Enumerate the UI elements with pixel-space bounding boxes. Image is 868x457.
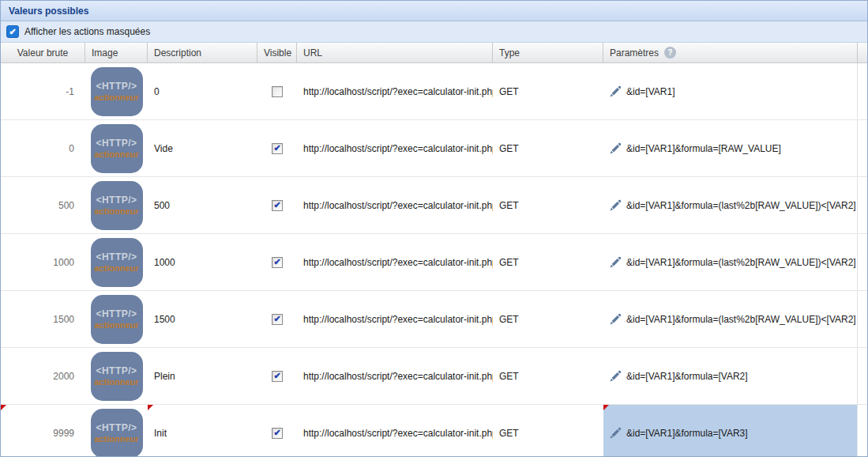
cell-parametres: &id=[VAR1]&formula=[VAR3] — [603, 405, 858, 456]
table-body: -1<HTTP/>actionneur0http://localhost/scr… — [1, 63, 867, 456]
cell-spacer — [858, 405, 867, 456]
cell-valeur-brute: 500 — [1, 177, 85, 233]
cell-spacer — [858, 234, 867, 290]
cell-valeur-brute: 9999 — [1, 405, 85, 456]
edit-params-icon[interactable] — [610, 199, 622, 211]
cell-visible — [257, 63, 297, 119]
url-text: http://localhost/script/?exec=calculator… — [303, 200, 493, 211]
url-text: http://localhost/script/?exec=calculator… — [303, 371, 493, 382]
cell-type: GET — [493, 405, 603, 456]
column-header-parametres[interactable]: Paramètres ? — [603, 43, 858, 62]
filter-checkbox[interactable]: ✔ — [6, 25, 19, 38]
cell-type: GET — [493, 120, 603, 176]
cell-visible: ✔ — [257, 348, 297, 404]
visible-checkbox[interactable] — [272, 86, 283, 97]
badge-actionneur-text: actionneur — [94, 320, 138, 330]
http-actionneur-image: <HTTP/>actionneur — [91, 295, 143, 344]
column-header-parametres-label: Paramètres — [610, 47, 659, 59]
description-text: 0 — [154, 86, 160, 97]
cell-spacer — [858, 291, 867, 347]
cell-parametres: &id=[VAR1]&formula=(last%2b[RAW_VALUE])<… — [603, 234, 858, 290]
visible-checkbox[interactable]: ✔ — [272, 428, 283, 439]
cell-url: http://localhost/script/?exec=calculator… — [297, 120, 493, 176]
badge-http-text: <HTTP/> — [96, 422, 137, 434]
badge-http-text: <HTTP/> — [96, 81, 137, 93]
cell-visible: ✔ — [257, 234, 297, 290]
edit-params-icon[interactable] — [610, 142, 622, 154]
parametres-text: &id=[VAR1]&formula=[VAR2] — [626, 371, 748, 382]
url-text: http://localhost/script/?exec=calculator… — [303, 257, 493, 268]
cell-type: GET — [493, 63, 603, 119]
description-text: Plein — [154, 371, 175, 382]
table-row: 9999<HTTP/>actionneurInit✔http://localho… — [1, 405, 867, 456]
valeur-brute-text: 0 — [69, 143, 74, 154]
valeur-brute-text: -1 — [66, 86, 74, 97]
cell-valeur-brute: 2000 — [1, 348, 85, 404]
cell-visible: ✔ — [257, 177, 297, 233]
column-header-type[interactable]: Type — [493, 43, 603, 62]
column-header-url[interactable]: URL — [297, 43, 493, 62]
table-row: 500<HTTP/>actionneur500✔http://localhost… — [1, 177, 867, 234]
visible-checkbox[interactable]: ✔ — [272, 371, 283, 382]
edit-params-icon[interactable] — [610, 313, 622, 325]
cell-description: 1500 — [148, 291, 257, 347]
badge-http-text: <HTTP/> — [96, 138, 137, 149]
edit-params-icon[interactable] — [610, 256, 622, 268]
badge-actionneur-text: actionneur — [94, 377, 138, 387]
table-row: 2000<HTTP/>actionneurPlein✔http://localh… — [1, 348, 867, 405]
type-text: GET — [499, 86, 519, 97]
valeur-brute-text: 1500 — [53, 314, 74, 325]
cell-valeur-brute: 0 — [1, 120, 85, 176]
badge-actionneur-text: actionneur — [94, 206, 138, 217]
parametres-text: &id=[VAR1]&formula=[VAR3] — [626, 428, 748, 439]
badge-actionneur-text: actionneur — [94, 93, 138, 103]
column-header-visible[interactable]: Visible — [257, 43, 297, 62]
cell-description: Init — [148, 405, 257, 456]
visible-checkbox[interactable]: ✔ — [272, 143, 283, 154]
cell-spacer — [858, 120, 867, 176]
url-text: http://localhost/script/?exec=calculator… — [303, 314, 493, 325]
column-header-description[interactable]: Description — [148, 43, 257, 62]
url-text: http://localhost/script/?exec=calculator… — [303, 86, 493, 97]
visible-checkbox[interactable]: ✔ — [272, 257, 283, 268]
visible-checkbox[interactable]: ✔ — [272, 314, 283, 325]
parametres-text: &id=[VAR1]&formula=(last%2b[RAW_VALUE])<… — [626, 257, 856, 268]
http-actionneur-image: <HTTP/>actionneur — [91, 124, 143, 173]
column-header-valeur-brute[interactable]: Valeur brute — [1, 43, 85, 62]
type-text: GET — [499, 200, 519, 211]
description-text: 1500 — [154, 314, 175, 325]
parametres-text: &id=[VAR1]&formula=(last%2b[RAW_VALUE])<… — [626, 200, 856, 211]
cell-description: Vide — [148, 120, 257, 176]
help-icon[interactable]: ? — [664, 47, 676, 59]
filter-checkbox-label: Afficher les actions masquées — [24, 26, 150, 37]
edit-params-icon[interactable] — [610, 370, 622, 382]
badge-http-text: <HTTP/> — [96, 195, 137, 206]
column-header-image[interactable]: Image — [85, 43, 148, 62]
type-text: GET — [499, 314, 519, 325]
cell-visible: ✔ — [257, 405, 297, 456]
type-text: GET — [499, 143, 519, 154]
cell-valeur-brute: -1 — [1, 63, 85, 119]
cell-image: <HTTP/>actionneur — [85, 291, 148, 347]
cell-parametres: &id=[VAR1]&formula=(last%2b[RAW_VALUE])<… — [603, 177, 858, 233]
table-row: -1<HTTP/>actionneur0http://localhost/scr… — [1, 63, 867, 120]
visible-checkbox[interactable]: ✔ — [272, 200, 283, 211]
modified-cell-marker — [1, 405, 6, 410]
cell-url: http://localhost/script/?exec=calculator… — [297, 63, 493, 119]
cell-valeur-brute: 1000 — [1, 234, 85, 290]
modified-cell-marker — [148, 405, 153, 410]
cell-parametres: &id=[VAR1]&formula=(last%2b[RAW_VALUE])<… — [603, 291, 858, 347]
parametres-text: &id=[VAR1] — [626, 86, 674, 97]
cell-type: GET — [493, 177, 603, 233]
edit-params-icon[interactable] — [610, 85, 622, 97]
cell-url: http://localhost/script/?exec=calculator… — [297, 177, 493, 233]
cell-image: <HTTP/>actionneur — [85, 63, 148, 119]
filter-row: ✔ Afficher les actions masquées — [1, 21, 867, 43]
badge-http-text: <HTTP/> — [96, 308, 137, 320]
cell-image: <HTTP/>actionneur — [85, 234, 148, 290]
edit-params-icon[interactable] — [610, 427, 622, 439]
table-row: 1500<HTTP/>actionneur1500✔http://localho… — [1, 291, 867, 348]
http-actionneur-image: <HTTP/>actionneur — [91, 352, 143, 401]
cell-type: GET — [493, 348, 603, 404]
parametres-text: &id=[VAR1]&formula=[RAW_VALUE] — [626, 143, 781, 154]
